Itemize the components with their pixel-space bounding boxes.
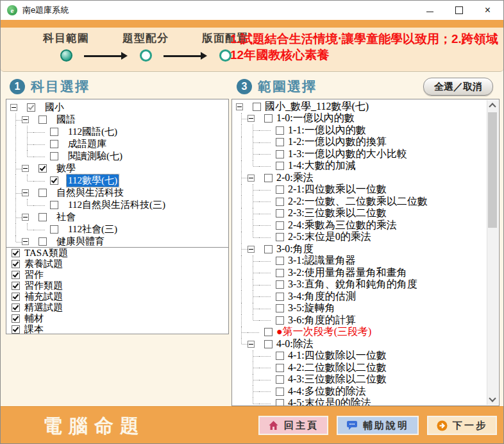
tree-item[interactable]: 1-1:一億以內的數 xyxy=(236,124,488,137)
tree-item[interactable]: 3-0:角度 xyxy=(236,243,488,255)
close-button[interactable]: × xyxy=(473,1,502,19)
tree-checkbox[interactable] xyxy=(38,237,47,246)
tree-checkbox[interactable] xyxy=(50,140,58,148)
tree-expander-icon[interactable] xyxy=(248,246,255,253)
tree-checkbox[interactable] xyxy=(276,126,284,135)
help-button[interactable]: 輔助說明 xyxy=(337,416,419,435)
tree-item-label[interactable]: 112國語(七) xyxy=(67,126,119,138)
tree-expander-icon[interactable] xyxy=(10,104,17,111)
tree-expander-icon[interactable] xyxy=(248,341,255,348)
list-checkbox[interactable] xyxy=(12,314,20,323)
tree-item[interactable]: 1-3:一億以內數的大小比較 xyxy=(236,148,488,160)
tree-checkbox[interactable] xyxy=(276,388,284,396)
list-item-label[interactable]: 課本 xyxy=(24,323,44,334)
tree-expander-icon[interactable] xyxy=(22,189,29,196)
select-toggle-button[interactable]: 全選／取消 xyxy=(423,78,493,96)
tree-item-label[interactable]: 4-5:末位是0的除法 xyxy=(287,397,373,406)
list-checkbox[interactable] xyxy=(12,303,20,312)
tree-checkbox[interactable] xyxy=(38,164,47,173)
tree-item[interactable]: 數學 xyxy=(10,162,228,175)
tree-item[interactable]: 國小_數學_112數學(七) xyxy=(236,101,488,113)
tree-item[interactable]: 112數學(七) xyxy=(10,175,228,187)
tree-item-label[interactable]: 國小 xyxy=(44,101,65,114)
tree-item[interactable]: 4-1:四位數除以一位數 xyxy=(236,350,488,363)
tree-item-label[interactable]: 社會 xyxy=(55,211,77,223)
tree-item[interactable]: 2-3:三位數乘以二位數 xyxy=(236,208,488,220)
tree-checkbox[interactable] xyxy=(264,328,273,336)
tree-item[interactable]: 1-2:一億以內數的換算 xyxy=(236,137,488,149)
list-checkbox[interactable] xyxy=(12,325,20,334)
tree-item[interactable]: 3-5:旋轉角 xyxy=(236,303,488,315)
tree-checkbox[interactable] xyxy=(276,280,284,289)
tree-checkbox[interactable] xyxy=(50,128,58,136)
tree-expander-icon[interactable] xyxy=(22,165,29,172)
tree-item[interactable]: 3-6:角度的計算 xyxy=(236,314,488,327)
tree-checkbox[interactable] xyxy=(27,103,35,112)
tree-checkbox[interactable] xyxy=(276,352,284,360)
list-item[interactable]: 輔材 xyxy=(10,313,228,324)
tree-expander-icon[interactable] xyxy=(248,115,255,122)
list-checkbox[interactable] xyxy=(12,282,20,290)
tree-item-label[interactable]: 成語題庫 xyxy=(67,138,108,150)
tree-item[interactable]: 4-5:末位是0的除法 xyxy=(236,398,488,407)
tree-item[interactable]: 2-4:乘數為三位數的乘法 xyxy=(236,219,488,232)
tree-checkbox[interactable] xyxy=(38,189,47,197)
tree-item[interactable]: 1-0:一億以內的數 xyxy=(236,113,488,125)
tree-item[interactable]: 2-1:四位數乘以一位數 xyxy=(236,184,488,196)
tree-item[interactable]: 4-0:除法 xyxy=(236,338,488,350)
list-item[interactable]: 習作類題 xyxy=(10,280,228,291)
tree-item-label[interactable]: 自然與生活科技 xyxy=(55,187,125,199)
tree-checkbox[interactable] xyxy=(276,150,284,158)
tree-item-label[interactable]: 國語 xyxy=(55,114,77,126)
tree-checkbox[interactable] xyxy=(50,225,58,234)
tree-item-label[interactable]: 112自然與生活科技(三) xyxy=(67,199,167,211)
tree-checkbox[interactable] xyxy=(276,293,284,301)
tree-item[interactable]: 國小 xyxy=(10,101,228,114)
list-item[interactable]: TASA類題 xyxy=(10,248,228,259)
tree-checkbox[interactable] xyxy=(276,185,284,194)
tree-item-label[interactable]: 健康與體育 xyxy=(55,235,106,248)
tree-checkbox[interactable] xyxy=(264,340,273,348)
tree-checkbox[interactable] xyxy=(38,213,47,221)
tree-item[interactable]: 3-4:角度的估測 xyxy=(236,291,488,303)
tree-item[interactable]: 2-0:乘法 xyxy=(236,172,488,184)
tree-checkbox[interactable] xyxy=(276,209,284,218)
list-checkbox[interactable] xyxy=(12,271,20,279)
list-item[interactable]: 素養試題 xyxy=(10,259,228,269)
minimize-button[interactable] xyxy=(416,1,444,19)
tree-checkbox[interactable] xyxy=(253,103,261,111)
maximize-button[interactable] xyxy=(444,1,473,19)
list-item[interactable]: 補充試題 xyxy=(10,291,228,302)
tree-checkbox[interactable] xyxy=(276,399,284,406)
tree-expander-icon[interactable] xyxy=(22,214,29,221)
tree-item[interactable]: 112社會(三) xyxy=(10,223,228,235)
next-button[interactable]: 下一步 xyxy=(427,416,497,435)
tree-checkbox[interactable] xyxy=(276,257,284,265)
tree-checkbox[interactable] xyxy=(276,269,284,277)
tree-item[interactable]: 4-4:多位數的除法 xyxy=(236,386,488,398)
tree-checkbox[interactable] xyxy=(276,198,284,206)
tree-item[interactable]: 社會 xyxy=(10,211,228,223)
tree-expander-icon[interactable] xyxy=(22,116,29,123)
tree-checkbox[interactable] xyxy=(276,375,284,384)
tree-item[interactable]: 1-4:大數的加減 xyxy=(236,160,488,173)
scrollbar-thumb[interactable] xyxy=(488,112,497,228)
tree-item-label[interactable]: 112數學(七) xyxy=(67,175,119,187)
home-button[interactable]: 回主頁 xyxy=(258,416,328,435)
tree-item[interactable]: 112自然與生活科技(三) xyxy=(10,199,228,211)
tree-item[interactable]: 4-3:三位數除以二位數 xyxy=(236,374,488,386)
tree-checkbox[interactable] xyxy=(264,245,273,253)
scroll-down-button[interactable] xyxy=(487,394,498,405)
tree-checkbox[interactable] xyxy=(264,114,273,123)
tree-expander-icon[interactable] xyxy=(22,238,29,245)
list-checkbox[interactable] xyxy=(12,249,20,257)
list-checkbox[interactable] xyxy=(12,260,20,268)
tree-checkbox[interactable] xyxy=(276,364,284,372)
list-item[interactable]: 習作 xyxy=(10,269,228,280)
tree-checkbox[interactable] xyxy=(50,176,58,185)
tree-checkbox[interactable] xyxy=(50,201,58,209)
tree-item[interactable]: 成語題庫 xyxy=(10,138,228,150)
tree-checkbox[interactable] xyxy=(50,152,58,160)
scroll-up-button[interactable] xyxy=(487,100,498,111)
tree-item[interactable]: 4-2:二位數除以二位數 xyxy=(236,362,488,374)
